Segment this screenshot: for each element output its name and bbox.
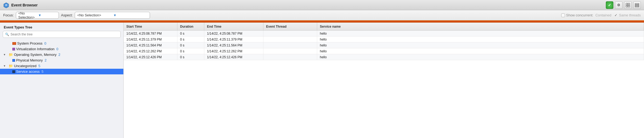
tree-label-service-access: Service access <box>16 70 40 74</box>
cell-start-time: 1/14/22, 4:25:12.262 PM <box>124 48 177 54</box>
col-header-event-thread: Event Thread <box>263 23 317 30</box>
table-row[interactable]: 1/14/22, 4:25:12.262 PM0 s1/14/22, 4:25:… <box>124 48 644 54</box>
cell-end-time: 1/14/22, 4:25:08.787 PM <box>204 31 263 36</box>
tree-item-virtualization[interactable]: Virtualization Information 0 <box>0 46 123 52</box>
settings-button[interactable]: ⚙ <box>615 1 622 9</box>
focus-dropdown-arrow: ▼ <box>38 13 56 17</box>
tree-content: System Process 0 Virtualization Informat… <box>0 40 123 138</box>
cell-end-time: 1/14/22, 4:25:12.426 PM <box>204 54 263 60</box>
cell-event-thread <box>263 31 317 36</box>
svg-rect-2 <box>626 3 628 5</box>
tree-count-virtualization: 0 <box>56 47 58 51</box>
cell-duration: 0 s <box>177 42 204 48</box>
event-types-tree-panel: Event Types Tree 🔍 System Process 0 Virt… <box>0 23 124 138</box>
cell-service-name: hello <box>317 31 644 36</box>
tree-toggle-os-memory: ▾ <box>4 53 8 56</box>
search-icon: 🔍 <box>5 32 9 36</box>
svg-rect-8 <box>635 6 639 7</box>
focus-select[interactable]: <No Selection> ▼ <box>16 12 59 19</box>
focus-value: <No Selection> <box>18 11 37 19</box>
tree-label-virtualization: Virtualization Information <box>16 47 55 51</box>
svg-rect-7 <box>635 5 639 6</box>
app-icon: ⟳ <box>3 2 9 8</box>
cell-service-name: hello <box>317 54 644 60</box>
table-row[interactable]: 1/14/22, 4:25:12.426 PM0 s1/14/22, 4:25:… <box>124 54 644 60</box>
uncategorized-folder-icon: 📁 <box>9 64 13 68</box>
cell-start-time: 1/14/22, 4:25:11.564 PM <box>124 42 177 48</box>
tree-label-system-process: System Process <box>17 41 42 45</box>
tree-count-uncategorized: 5 <box>38 64 40 68</box>
tree-count-service-access: 5 <box>41 70 43 74</box>
contained-label[interactable]: Contained <box>595 13 611 17</box>
same-threads-label[interactable]: ✓ Same threads <box>614 13 641 17</box>
col-header-start-time: Start Time <box>124 23 177 30</box>
cell-duration: 0 s <box>177 37 204 42</box>
status-check-button[interactable]: ✓ <box>606 1 613 9</box>
tree-count-os-memory: 2 <box>58 53 60 57</box>
tree-count-system-process: 0 <box>44 41 46 45</box>
aspect-label: Aspect: <box>61 13 73 17</box>
system-process-icon <box>12 42 16 45</box>
cell-event-thread <box>263 42 317 48</box>
cell-duration: 0 s <box>177 48 204 54</box>
tree-item-service-access[interactable]: Service access 5 <box>0 69 123 74</box>
title-bar: ⟳ Event Browser ✓ ⚙ <box>0 0 644 10</box>
tree-label-physical-memory: Physical Memory <box>16 58 43 62</box>
os-memory-folder-icon: 📁 <box>9 53 13 57</box>
cell-event-thread <box>263 37 317 42</box>
search-box[interactable]: 🔍 <box>3 31 121 38</box>
tree-item-os-memory[interactable]: ▾ 📁 Operating System, Memory 2 <box>0 52 123 57</box>
cell-end-time: 1/14/22, 4:25:11.379 PM <box>204 37 263 42</box>
table-row[interactable]: 1/14/22, 4:25:11.379 PM0 s1/14/22, 4:25:… <box>124 37 644 42</box>
grid-view-button[interactable] <box>624 1 632 9</box>
panel-title: Event Types Tree <box>0 23 123 31</box>
svg-rect-6 <box>635 3 639 4</box>
cell-duration: 0 s <box>177 31 204 36</box>
cell-start-time: 1/14/22, 4:25:08.787 PM <box>124 31 177 36</box>
tree-item-system-process[interactable]: System Process 0 <box>0 41 123 46</box>
aspect-select[interactable]: <No Selection> ▼ <box>75 12 150 19</box>
tree-toggle-uncategorized: ▾ <box>4 64 8 68</box>
focus-label: Focus: <box>3 13 14 17</box>
col-header-service-name: Service name <box>317 23 644 30</box>
tree-item-physical-memory[interactable]: Physical Memory 2 <box>0 57 123 63</box>
title-bar-right: ✓ ⚙ <box>606 1 641 9</box>
tree-item-uncategorized[interactable]: ▾ 📁 Uncategorized 5 <box>0 63 123 69</box>
cell-service-name: hello <box>317 37 644 42</box>
same-threads-checkmark: ✓ <box>614 13 618 17</box>
tree-count-physical-memory: 2 <box>45 58 46 62</box>
cell-end-time: 1/14/22, 4:25:11.564 PM <box>204 42 263 48</box>
col-header-end-time: End Time <box>204 23 263 30</box>
cell-event-thread <box>263 54 317 60</box>
service-access-icon <box>12 70 15 73</box>
concurrent-options: Contained ✓ Same threads <box>595 13 641 17</box>
tree-label-os-memory: Operating System, Memory <box>14 53 56 57</box>
table-header: Start Time Duration End Time Event Threa… <box>124 23 644 31</box>
list-view-button[interactable] <box>633 1 641 9</box>
cell-duration: 0 s <box>177 54 204 60</box>
show-concurrent-checkbox[interactable] <box>561 13 565 17</box>
tree-label-uncategorized: Uncategorized <box>14 64 37 68</box>
show-concurrent-area: Show concurrent: <box>561 13 593 17</box>
show-concurrent-label: Show concurrent: <box>566 13 593 17</box>
aspect-dropdown-arrow: ▼ <box>113 13 148 17</box>
cell-service-name: hello <box>317 48 644 54</box>
aspect-value: <No Selection> <box>77 13 112 17</box>
search-input[interactable] <box>10 32 118 36</box>
col-header-duration: Duration <box>177 23 204 30</box>
svg-text:⟳: ⟳ <box>5 4 8 7</box>
window-title: Event Browser <box>11 3 38 7</box>
table-row[interactable]: 1/14/22, 4:25:11.564 PM0 s1/14/22, 4:25:… <box>124 42 644 48</box>
cell-event-thread <box>263 48 317 54</box>
cell-end-time: 1/14/22, 4:25:12.262 PM <box>204 48 263 54</box>
events-table-panel: Start Time Duration End Time Event Threa… <box>124 23 644 138</box>
table-row[interactable]: 1/14/22, 4:25:08.787 PM0 s1/14/22, 4:25:… <box>124 31 644 37</box>
table-body: 1/14/22, 4:25:08.787 PM0 s1/14/22, 4:25:… <box>124 31 644 138</box>
virtualization-icon <box>12 48 15 50</box>
main-content: Event Types Tree 🔍 System Process 0 Virt… <box>0 23 644 138</box>
physical-memory-icon <box>12 59 15 62</box>
title-bar-left: ⟳ Event Browser <box>3 2 38 8</box>
cell-start-time: 1/14/22, 4:25:12.426 PM <box>124 54 177 60</box>
cell-start-time: 1/14/22, 4:25:11.379 PM <box>124 37 177 42</box>
svg-rect-5 <box>628 5 630 7</box>
